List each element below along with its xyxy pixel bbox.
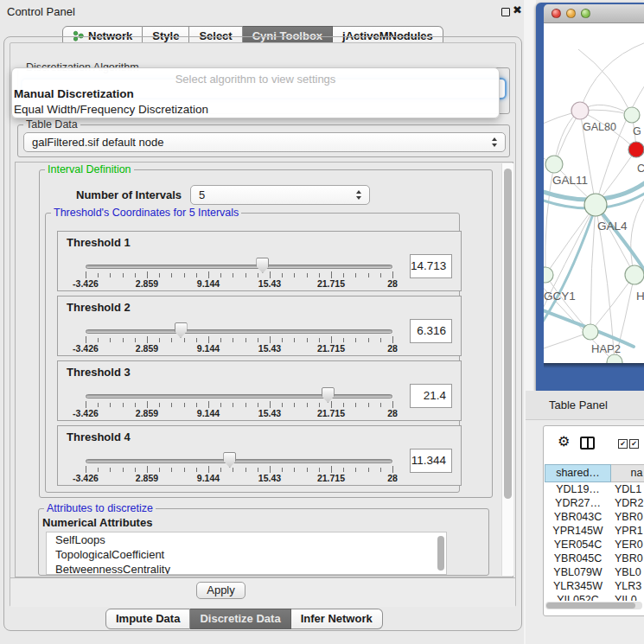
table-row[interactable]: YBR045CYBR0: [545, 552, 644, 566]
column-header-shared-name[interactable]: shared…: [545, 464, 611, 482]
zoom-traffic-light-icon[interactable]: [581, 9, 590, 18]
attribute-list-item[interactable]: TopologicalCoefficient: [47, 547, 446, 562]
number-of-intervals-label: Number of Intervals: [76, 188, 182, 201]
slider-tick: [220, 468, 221, 472]
threshold-slider-track[interactable]: [86, 459, 392, 463]
table-hscrollbar-thumb[interactable]: [546, 603, 635, 609]
number-of-intervals-spinner[interactable]: 5: [190, 185, 370, 205]
network-edge[interactable]: [545, 275, 590, 332]
bottom-node[interactable]: [607, 354, 622, 363]
threshold-value-input[interactable]: 11.344: [410, 449, 452, 473]
slider-tick: [294, 403, 295, 407]
network-edge[interactable]: [590, 275, 634, 332]
top-right-node[interactable]: [624, 107, 640, 123]
table-row[interactable]: YBR043CYBR0: [545, 511, 644, 525]
threshold-value-input[interactable]: 14.713: [410, 254, 452, 278]
slider-tick-label: 9.144: [191, 473, 226, 483]
threshold-row: Threshold 4-3.4262.8599.14415.4321.71528…: [57, 425, 462, 486]
attributes-list-scrollbar[interactable]: [437, 536, 444, 571]
threshold-slider-thumb[interactable]: [322, 387, 335, 403]
tab-discretize-data[interactable]: Discretize Data: [190, 609, 290, 629]
table-row[interactable]: YDR27…YDR2: [545, 497, 644, 511]
checkbox-icon[interactable]: ✔: [629, 439, 639, 449]
close-icon[interactable]: ✖: [513, 3, 522, 16]
network-canvas[interactable]: GAL80GCGAL11GAL4GCY1HHAP2: [544, 23, 644, 363]
slider-tick: [392, 401, 393, 408]
split-columns-icon[interactable]: [580, 437, 595, 450]
slider-tick: [245, 468, 246, 472]
gal80-node[interactable]: [571, 102, 589, 119]
attribute-list-item[interactable]: SelfLoops: [47, 532, 446, 547]
gear-icon[interactable]: ⚙: [558, 433, 570, 450]
cell-shared-name: YPR145W: [545, 525, 611, 539]
column-header-name[interactable]: na: [611, 464, 644, 482]
network-edge[interactable]: [590, 205, 596, 332]
threshold-row: Threshold 1-3.4262.8599.14415.4321.71528…: [57, 231, 462, 291]
slider-tick: [368, 403, 369, 407]
table-row[interactable]: YPR145WYPR1: [545, 525, 644, 539]
attribute-list-item[interactable]: BetweennessCentrality: [47, 562, 446, 575]
hap2-node[interactable]: [583, 324, 598, 340]
table-row[interactable]: YIL052CYIL0: [545, 594, 644, 601]
slider-tick: [343, 403, 344, 407]
threshold-slider-thumb[interactable]: [223, 452, 236, 468]
gal4-node[interactable]: [584, 194, 607, 216]
table-rows: YDL19…YDL1YDR27…YDR2YBR043CYBR0YPR145WYP…: [545, 483, 644, 601]
network-edge-thick[interactable]: [596, 205, 644, 272]
cell-name: YIL0: [611, 594, 644, 601]
algorithm-placeholder: Select algorithm to view settings: [12, 73, 499, 86]
slider-tick-label: 28: [375, 408, 410, 418]
settings-scrollbar-thumb[interactable]: [504, 169, 512, 499]
attributes-group: Attributes to discretize Numerical Attri…: [38, 508, 489, 576]
slider-tick-label: 28: [375, 278, 410, 289]
option-equal-width-frequency[interactable]: Equal Width/Frequency Discretization: [14, 103, 208, 116]
gal11-node[interactable]: [545, 156, 563, 173]
slider-tick: [98, 403, 99, 407]
h-node[interactable]: [625, 265, 644, 284]
network-edge[interactable]: [545, 205, 596, 275]
slider-tick: [135, 338, 136, 342]
threshold-slider-thumb[interactable]: [256, 258, 269, 273]
threshold-label: Threshold 1: [67, 236, 131, 249]
network-edge-thick[interactable]: [544, 207, 596, 328]
slider-tick: [282, 338, 283, 342]
table-row[interactable]: YBL079WYBL0: [545, 566, 644, 580]
gcy1-node[interactable]: [544, 267, 553, 283]
numerical-attributes-list[interactable]: SelfLoopsTopologicalCoefficientBetweenne…: [46, 532, 447, 575]
settings-scrollbar[interactable]: [501, 163, 513, 576]
tab-impute-data[interactable]: Impute Data: [105, 609, 190, 629]
slider-tick: [159, 273, 160, 277]
slider-tick: [307, 273, 308, 277]
slider-tick-label: 21.715: [314, 473, 348, 483]
threshold-slider-thumb[interactable]: [175, 322, 188, 338]
table-row[interactable]: YER054CYER0: [545, 539, 644, 552]
float-window-icon[interactable]: [501, 8, 510, 16]
threshold-slider-track[interactable]: [86, 265, 392, 269]
apply-button[interactable]: Apply: [196, 582, 245, 599]
threshold-slider-track[interactable]: [86, 394, 392, 399]
cell-shared-name: YBR043C: [545, 511, 611, 525]
red-node[interactable]: [628, 142, 644, 157]
close-traffic-light-icon[interactable]: [552, 9, 561, 18]
cell-name: YPR1: [611, 525, 644, 539]
minimize-traffic-light-icon[interactable]: [566, 9, 576, 18]
tab-infer-network[interactable]: Infer Network: [291, 609, 383, 629]
panel-title: Control Panel: [7, 5, 75, 18]
table-row[interactable]: YLR345WYLR3: [545, 580, 644, 594]
threshold-value-input[interactable]: 21.4: [410, 384, 452, 408]
table-row[interactable]: YDL19…YDL1: [545, 483, 644, 497]
slider-tick-label: 28: [375, 473, 410, 483]
slider-tick: [294, 273, 295, 277]
slider-tick: [147, 271, 148, 278]
slider-tick: [184, 338, 185, 342]
table-data-combo[interactable]: galFiltered.sif default node: [23, 132, 506, 152]
network-edge[interactable]: [580, 42, 644, 111]
threshold-slider-track[interactable]: [86, 329, 392, 334]
table-hscrollbar[interactable]: [545, 602, 642, 609]
network-window-titlebar[interactable]: [544, 4, 644, 23]
slider-tick: [380, 338, 381, 342]
option-manual-discretization[interactable]: Manual Discretization: [14, 87, 134, 100]
checkbox-icon[interactable]: ✔: [618, 439, 628, 449]
threshold-value-input[interactable]: 6.316: [410, 319, 452, 343]
network-edge[interactable]: [631, 196, 644, 275]
